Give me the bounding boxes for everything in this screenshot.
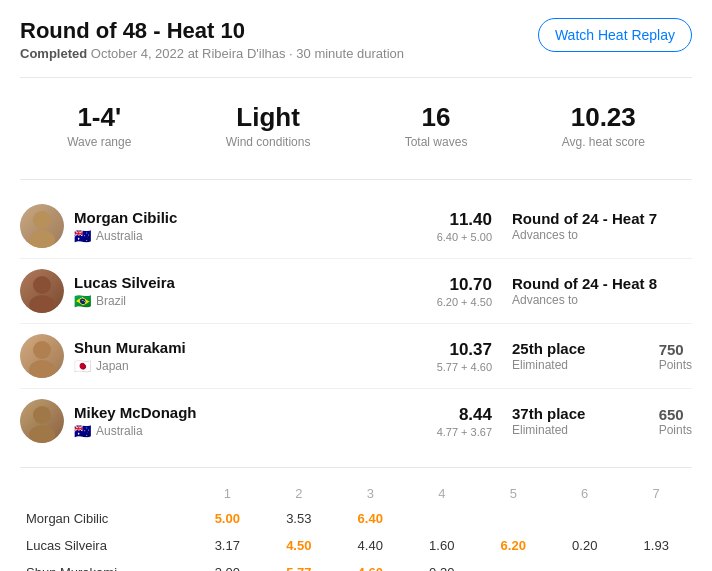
surfer-country: 🇯🇵 Japan: [74, 358, 437, 374]
col-header-3: 3: [335, 482, 406, 505]
surfer-name: Mikey McDonagh: [74, 404, 437, 421]
surfer-info: Lucas Silveira 🇧🇷 Brazil: [74, 274, 437, 309]
surfer-row: Mikey McDonagh 🇦🇺 Australia 8.44 4.77 + …: [20, 389, 692, 453]
avatar: [20, 269, 64, 313]
stat-wave-range: 1-4' Wave range: [67, 102, 131, 149]
table-row: Lucas Silveira 3.17 4.50 4.40 1.60 6.20 …: [20, 532, 692, 559]
wave-scores-table: 1 2 3 4 5 6 7 Morgan Cibilic 5.00 3.53 6…: [20, 482, 692, 571]
wave-score: [620, 559, 692, 571]
surfer-row: Shun Murakami 🇯🇵 Japan 10.37 5.77 + 4.60…: [20, 324, 692, 389]
wave-score: [406, 505, 477, 532]
result-title: 37th place: [512, 405, 585, 422]
avatar-image: [20, 204, 64, 248]
wave-score: 1.93: [620, 532, 692, 559]
wave-score: [549, 559, 620, 571]
country-name: Brazil: [96, 294, 126, 308]
surfer-name: Shun Murakami: [74, 339, 437, 356]
col-header-6: 6: [549, 482, 620, 505]
col-header-5: 5: [478, 482, 549, 505]
total-score: 10.37: [437, 340, 492, 360]
svg-point-2: [33, 276, 51, 294]
surfer-info: Shun Murakami 🇯🇵 Japan: [74, 339, 437, 374]
surfer-info: Mikey McDonagh 🇦🇺 Australia: [74, 404, 437, 439]
header-left: Round of 48 - Heat 10 Completed October …: [20, 18, 404, 61]
surfer-score-block: 8.44 4.77 + 3.67: [437, 405, 492, 438]
wind-value: Light: [226, 102, 311, 133]
wave-score: 6.40: [335, 505, 406, 532]
surfer-result-block: 37th place Eliminated 650 Points: [512, 405, 692, 437]
result-title: 25th place: [512, 340, 585, 357]
total-waves-label: Total waves: [405, 135, 468, 149]
flag-icon: 🇦🇺: [74, 228, 91, 244]
row-name: Shun Murakami: [20, 559, 192, 571]
result-points: 650 Points: [659, 406, 692, 437]
surfer-country: 🇦🇺 Australia: [74, 423, 437, 439]
result-title: Round of 24 - Heat 8: [512, 275, 692, 292]
avatar: [20, 334, 64, 378]
stats-row: 1-4' Wave range Light Wind conditions 16…: [20, 92, 692, 165]
divider-3: [20, 467, 692, 468]
result-points: 750 Points: [659, 341, 692, 372]
svg-point-5: [29, 360, 55, 378]
flag-icon: 🇧🇷: [74, 293, 91, 309]
wave-score: 5.00: [192, 505, 263, 532]
subtitle: Completed October 4, 2022 at Ribeira D'i…: [20, 46, 404, 61]
svg-point-3: [29, 295, 55, 313]
avatar-image: [20, 334, 64, 378]
surfer-score-block: 10.37 5.77 + 4.60: [437, 340, 492, 373]
subtitle-text: October 4, 2022 at Ribeira D'ilhas · 30 …: [91, 46, 404, 61]
stat-total-waves: 16 Total waves: [405, 102, 468, 149]
page-header: Round of 48 - Heat 10 Completed October …: [20, 18, 692, 61]
wave-score: 4.50: [263, 532, 334, 559]
surfer-result-block: Round of 24 - Heat 7 Advances to: [512, 210, 692, 242]
surfer-score-block: 10.70 6.20 + 4.50: [437, 275, 492, 308]
wave-score: 1.60: [406, 532, 477, 559]
avatar-silhouette: [20, 399, 64, 443]
result-sub: Advances to: [512, 228, 692, 242]
stat-avg-score: 10.23 Avg. heat score: [562, 102, 645, 149]
wave-score: 0.30: [406, 559, 477, 571]
wave-score: [549, 505, 620, 532]
wave-score: 4.40: [335, 532, 406, 559]
total-score: 8.44: [437, 405, 492, 425]
col-header-2: 2: [263, 482, 334, 505]
avg-score-value: 10.23: [562, 102, 645, 133]
surfer-score-block: 11.40 6.40 + 5.00: [437, 210, 492, 243]
wave-score: 3.17: [192, 532, 263, 559]
surfer-name: Lucas Silveira: [74, 274, 437, 291]
score-breakdown: 6.20 + 4.50: [437, 296, 492, 308]
surfer-row: Lucas Silveira 🇧🇷 Brazil 10.70 6.20 + 4.…: [20, 259, 692, 324]
col-header-4: 4: [406, 482, 477, 505]
wave-range-value: 1-4': [67, 102, 131, 133]
wave-score: 3.00: [192, 559, 263, 571]
surfers-section: Morgan Cibilic 🇦🇺 Australia 11.40 6.40 +…: [20, 194, 692, 453]
table-row: Morgan Cibilic 5.00 3.53 6.40: [20, 505, 692, 532]
col-header-7: 7: [620, 482, 692, 505]
avatar-image: [20, 399, 64, 443]
result-sub: Advances to: [512, 293, 692, 307]
surfer-info: Morgan Cibilic 🇦🇺 Australia: [74, 209, 437, 244]
wave-score: 5.77: [263, 559, 334, 571]
country-name: Japan: [96, 359, 129, 373]
divider-2: [20, 179, 692, 180]
surfer-country: 🇧🇷 Brazil: [74, 293, 437, 309]
status-badge: Completed: [20, 46, 87, 61]
flag-icon: 🇯🇵: [74, 358, 91, 374]
avg-score-label: Avg. heat score: [562, 135, 645, 149]
svg-point-6: [33, 406, 51, 424]
flag-icon: 🇦🇺: [74, 423, 91, 439]
avatar-silhouette: [20, 269, 64, 313]
score-breakdown: 5.77 + 4.60: [437, 361, 492, 373]
svg-point-0: [33, 211, 51, 229]
wave-score: [478, 505, 549, 532]
wave-score: 3.53: [263, 505, 334, 532]
table-header-row: 1 2 3 4 5 6 7: [20, 482, 692, 505]
total-score: 11.40: [437, 210, 492, 230]
avatar-silhouette: [20, 334, 64, 378]
row-name: Morgan Cibilic: [20, 505, 192, 532]
country-name: Australia: [96, 424, 143, 438]
score-breakdown: 4.77 + 3.67: [437, 426, 492, 438]
watch-replay-button[interactable]: Watch Heat Replay: [538, 18, 692, 52]
avatar: [20, 399, 64, 443]
wave-score: 6.20: [478, 532, 549, 559]
